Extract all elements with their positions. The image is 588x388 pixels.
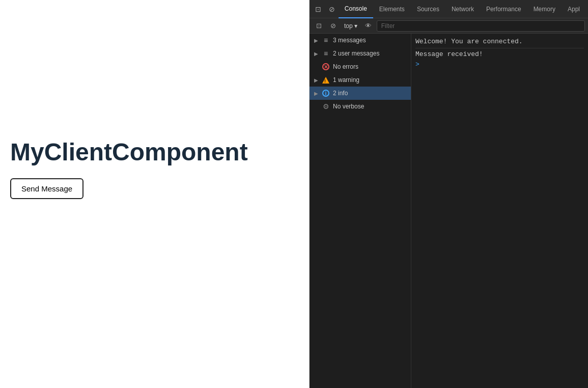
verbose-label: No verbose [333,103,364,110]
gear-icon: ⚙ [322,102,330,110]
no-arrow [314,64,319,69]
info-label: 2 info [333,90,348,97]
devtools-inspect-icon[interactable]: ⊘ [325,2,338,16]
list-item[interactable]: ▶ ≡ 2 user messages [310,47,411,60]
chevron-down-icon: ▾ [354,22,357,30]
console-divider [415,48,584,48]
filter-input[interactable] [377,20,585,32]
warning-icon [322,76,330,84]
context-label: top [344,22,353,30]
list-item[interactable]: ▶ i 2 info [310,87,411,100]
tab-elements[interactable]: Elements [373,0,411,18]
user-messages-label: 2 user messages [333,50,379,57]
no-errors-label: No errors [333,63,358,70]
console-toolbar: ⊡ ⊘ top ▾ 👁 [310,18,588,34]
info-icon: i [322,89,330,97]
eye-icon[interactable]: 👁 [362,20,375,32]
console-line: Message received! [415,49,584,60]
expand-arrow-icon: ▶ [314,51,319,56]
console-prompt[interactable]: > [415,60,584,70]
send-message-button[interactable]: Send Message [10,178,83,199]
tab-performance[interactable]: Performance [480,0,527,18]
messages-label: 3 messages [333,37,366,44]
message-list-panel: ▶ ≡ 3 messages ▶ ≡ 2 user messages ✕ [310,34,411,388]
list-icon: ≡ [322,49,330,58]
list-item[interactable]: ▶ ≡ 3 messages [310,34,411,47]
devtools-panel: ⊡ ⊘ Console Elements Sources Network Per… [310,0,588,388]
no-arrow [314,104,319,109]
tab-network[interactable]: Network [445,0,480,18]
expand-arrow-icon: ▶ [314,38,319,43]
devtools-body: ▶ ≡ 3 messages ▶ ≡ 2 user messages ✕ [310,34,588,388]
context-selector[interactable]: top ▾ [341,21,360,31]
warning-label: 1 warning [333,76,359,84]
devtools-tabs: Console Elements Sources Network Perform… [339,0,586,18]
error-icon: ✕ [322,63,330,71]
tab-console[interactable]: Console [339,0,373,18]
tab-sources[interactable]: Sources [411,0,445,18]
list-icon: ≡ [322,36,330,44]
webpage-pane: MyClientComponent Send Message [0,0,310,388]
tab-application[interactable]: Appl [562,0,586,18]
list-item[interactable]: ▶ 1 warning [310,73,411,87]
console-line: Welcome! You are connected. [415,37,584,47]
clear-console-icon[interactable]: ⊡ [313,20,325,32]
devtools-dock-icon[interactable]: ⊡ [312,2,325,16]
list-item[interactable]: ⚙ No verbose [310,100,411,113]
list-item[interactable]: ✕ No errors [310,60,411,73]
component-title: MyClientComponent [10,138,309,166]
devtools-tabbar: ⊡ ⊘ Console Elements Sources Network Per… [310,0,588,18]
tab-memory[interactable]: Memory [527,0,562,18]
block-icon[interactable]: ⊘ [327,20,339,32]
console-output-panel: Welcome! You are connected. Message rece… [411,34,588,388]
expand-arrow-icon: ▶ [314,77,319,82]
expand-arrow-icon: ▶ [314,91,319,96]
